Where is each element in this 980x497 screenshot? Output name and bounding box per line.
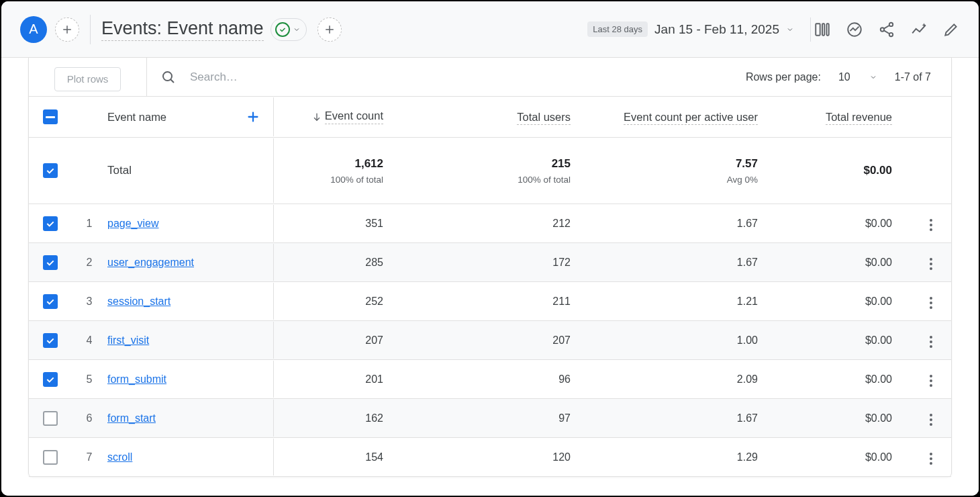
avatar[interactable]: A	[20, 16, 47, 43]
cell-total-users: 211	[402, 282, 589, 321]
date-range-text: Jan 15 - Feb 11, 2025	[654, 22, 779, 37]
date-range-picker[interactable]: Last 28 days Jan 15 - Feb 11, 2025	[587, 21, 794, 37]
row-menu-button[interactable]	[926, 215, 936, 235]
cell-total-users: 172	[402, 243, 589, 282]
event-name-link[interactable]: session_start	[107, 296, 170, 308]
cell-count-per-user: 1.67	[589, 399, 777, 438]
event-name-link[interactable]: form_submit	[107, 373, 166, 386]
svg-line-7	[884, 25, 889, 28]
cell-event-count: 351	[275, 204, 402, 243]
table-row: 2user_engagement2851721.67$0.00	[29, 243, 951, 282]
svg-rect-0	[816, 24, 820, 35]
column-header-event-count-per-user[interactable]: Event count per active user	[624, 111, 758, 125]
column-header-total-users[interactable]: Total users	[517, 111, 571, 125]
share-button[interactable]	[878, 21, 895, 38]
cell-revenue: $0.00	[777, 438, 911, 477]
plus-icon	[246, 109, 260, 124]
event-name-link[interactable]: first_visit	[107, 334, 149, 347]
cell-event-count: 201	[275, 360, 402, 399]
row-menu-button[interactable]	[926, 293, 936, 313]
totals-label: Total	[107, 138, 274, 203]
table-row: 5form_submit201962.09$0.00	[29, 360, 951, 399]
totals-total-users-sub: 100% of total	[518, 175, 571, 185]
report-status-pill[interactable]	[271, 18, 307, 41]
check-icon	[45, 165, 56, 176]
add-filter-button[interactable]	[317, 17, 342, 42]
divider	[90, 15, 91, 44]
totals-event-count-sub: 100% of total	[330, 175, 383, 185]
events-table: Event name Event count	[29, 97, 951, 477]
row-menu-button[interactable]	[926, 254, 936, 274]
event-name-link[interactable]: form_start	[107, 412, 156, 424]
chevron-down-icon	[293, 26, 301, 34]
totals-checkbox[interactable]	[43, 163, 58, 178]
chevron-down-icon	[869, 73, 877, 81]
svg-point-6	[889, 32, 893, 36]
row-checkbox[interactable]	[43, 333, 58, 348]
row-checkbox[interactable]	[43, 372, 58, 387]
row-menu-button[interactable]	[926, 410, 936, 430]
add-comparison-button[interactable]	[55, 17, 79, 42]
report-toolbar: A Events: Event name Last 28 days Jan 15…	[1, 1, 979, 58]
share-icon	[878, 21, 895, 38]
row-checkbox[interactable]	[43, 450, 58, 465]
cell-revenue: $0.00	[777, 282, 911, 321]
row-checkbox[interactable]	[43, 411, 58, 426]
svg-line-10	[170, 79, 174, 83]
plus-icon	[324, 24, 336, 36]
cell-count-per-user: 1.29	[589, 438, 777, 477]
row-menu-button[interactable]	[926, 449, 936, 469]
cell-count-per-user: 1.67	[589, 243, 777, 282]
column-header-event-name[interactable]: Event name	[107, 111, 166, 124]
column-header-event-count[interactable]: Event count	[311, 109, 383, 124]
cell-event-count: 252	[275, 282, 402, 321]
svg-rect-2	[827, 24, 829, 35]
rows-per-page-select[interactable]: 10	[838, 71, 877, 83]
row-index: 3	[72, 282, 107, 321]
customize-columns-button[interactable]	[814, 21, 831, 38]
event-name-link[interactable]: user_engagement	[107, 257, 194, 269]
search-icon	[160, 69, 177, 85]
check-icon	[45, 257, 56, 268]
cell-revenue: $0.00	[777, 360, 911, 399]
insights-button[interactable]	[846, 21, 863, 38]
svg-line-8	[884, 30, 889, 34]
search-input[interactable]	[186, 70, 732, 85]
pencil-icon	[942, 21, 960, 38]
page-title[interactable]: Events: Event name	[101, 18, 264, 41]
plot-rows-button[interactable]: Plot rows	[54, 67, 121, 91]
event-name-link[interactable]: page_view	[107, 218, 159, 230]
totals-revenue: $0.00	[863, 164, 892, 177]
totals-count-per-user-sub: Avg 0%	[727, 175, 758, 185]
add-dimension-button[interactable]	[244, 107, 262, 126]
row-menu-button[interactable]	[926, 332, 936, 352]
cell-event-count: 154	[275, 438, 402, 477]
row-checkbox[interactable]	[43, 255, 58, 270]
row-index: 7	[72, 438, 107, 477]
pagination-range: 1-7 of 7	[895, 71, 931, 83]
table-row: 3session_start2522111.21$0.00	[29, 282, 951, 321]
check-icon	[45, 296, 56, 307]
table-row: 6form_start162971.67$0.00	[29, 399, 951, 438]
rows-per-page-value: 10	[838, 71, 850, 83]
check-icon	[45, 218, 56, 229]
column-header-total-revenue[interactable]: Total revenue	[826, 111, 892, 125]
edit-button[interactable]	[942, 21, 960, 38]
row-menu-button[interactable]	[926, 371, 936, 391]
row-checkbox[interactable]	[43, 294, 58, 309]
cell-revenue: $0.00	[777, 399, 911, 438]
cell-count-per-user: 2.09	[589, 360, 777, 399]
cell-revenue: $0.00	[777, 321, 911, 360]
cell-revenue: $0.00	[777, 204, 911, 243]
select-all-checkbox[interactable]	[43, 109, 58, 124]
check-icon	[45, 374, 56, 385]
explore-button[interactable]	[910, 21, 928, 38]
table-row: 1page_view3512121.67$0.00	[29, 204, 951, 243]
event-name-link[interactable]: scroll	[107, 451, 132, 463]
divider	[810, 17, 811, 42]
row-index: 2	[72, 243, 107, 282]
cell-count-per-user: 1.21	[589, 282, 777, 321]
sparkle-icon	[910, 21, 928, 38]
row-checkbox[interactable]	[43, 216, 58, 231]
cell-count-per-user: 1.67	[589, 204, 777, 243]
